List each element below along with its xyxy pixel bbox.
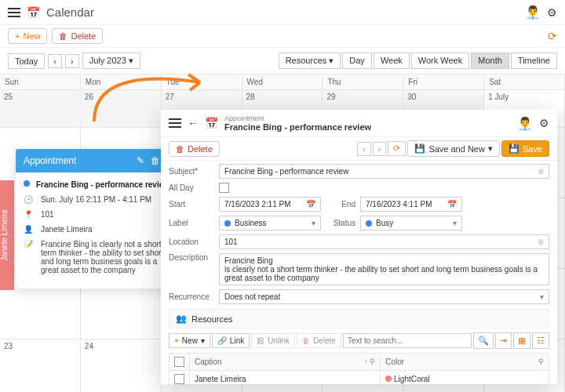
location-input[interactable]: 101⊗	[219, 234, 549, 249]
view-workweek[interactable]: Work Week	[411, 53, 469, 69]
table-row[interactable]: Janete Limeira LightCoral	[170, 371, 549, 385]
filter-button[interactable]: ☷	[532, 332, 549, 349]
columns-button[interactable]: ▦	[513, 332, 530, 349]
chevron-down-icon: ▾	[453, 219, 457, 227]
location-icon: 📍	[24, 210, 35, 219]
res-new-button[interactable]: +New ▾	[169, 333, 210, 348]
next-button[interactable]: ›	[65, 54, 79, 68]
start-input[interactable]: 7/16/2023 2:11 PM📅	[219, 197, 321, 212]
refresh-button[interactable]: ⟳	[388, 141, 406, 156]
view-week[interactable]: Week	[374, 53, 410, 69]
month-picker[interactable]: July 2023 ▾	[82, 53, 140, 69]
label-select[interactable]: Business▾	[219, 216, 321, 230]
plus-icon: +	[15, 31, 20, 41]
resources-dropdown[interactable]: Resources ▾	[279, 53, 341, 69]
day-cell[interactable]: 25	[0, 90, 81, 128]
save-button[interactable]: 💾Save	[501, 140, 549, 157]
day-header: Tue	[162, 74, 242, 90]
day-header: Sun	[0, 74, 81, 90]
sort-icon: ↑ ⚲	[364, 358, 375, 365]
res-delete-button[interactable]: 🗑Delete	[297, 333, 341, 348]
label-dot	[224, 220, 231, 227]
label-label: Label	[169, 219, 214, 227]
day-header: Sat	[484, 74, 565, 90]
refresh-icon[interactable]: ⟳	[548, 30, 557, 42]
back-icon[interactable]: ←	[188, 117, 199, 129]
panel-title: Francine Bing - performance review	[224, 122, 371, 132]
delete-button[interactable]: 🗑Delete	[52, 28, 103, 44]
subject-input[interactable]: Francine Bing - performance review⊗	[219, 164, 549, 179]
view-timeline[interactable]: Timeline	[511, 53, 557, 69]
trash-icon: 🗑	[302, 336, 310, 345]
description-label: Description	[169, 253, 214, 262]
col-color[interactable]: Color⚲	[381, 354, 549, 371]
delete-button[interactable]: 🗑Delete	[169, 141, 220, 157]
status-label: Status	[326, 219, 355, 227]
day-cell[interactable]: 26	[81, 90, 162, 128]
allday-label: All Day	[169, 183, 214, 192]
user-icon[interactable]: 👨‍💼	[517, 116, 533, 131]
color-dot	[385, 376, 392, 382]
link-icon: 🔗	[217, 336, 227, 345]
user-icon: 👤	[24, 225, 35, 234]
cell-color: LightCoral	[381, 371, 549, 385]
recurrence-label: Recurrence	[169, 292, 214, 301]
unlink-icon: ⛓	[257, 336, 264, 345]
res-search-input[interactable]	[343, 333, 472, 348]
select-all-checkbox[interactable]	[174, 357, 184, 367]
resources-icon: 👥	[176, 314, 187, 324]
page-title: Calendar	[46, 5, 94, 19]
end-input[interactable]: 7/16/2023 4:11 PM📅	[360, 197, 462, 212]
chevron-down-icon: ▾	[312, 219, 315, 227]
cell-caption: Janete Limeira	[190, 371, 381, 385]
plus-icon: +	[174, 336, 179, 345]
recurrence-select[interactable]: Does not repeat▾	[219, 289, 549, 304]
trash-icon[interactable]: 🗑	[151, 155, 160, 166]
resources-table: Caption↑ ⚲ Color⚲ Janete Limeira LightCo…	[169, 353, 549, 384]
prev-record-button[interactable]: ‹	[357, 142, 371, 156]
new-button[interactable]: +New	[8, 28, 47, 44]
menu-icon[interactable]	[169, 118, 181, 128]
edit-icon[interactable]: ✎	[137, 155, 144, 166]
view-day[interactable]: Day	[342, 53, 372, 69]
trash-icon: 🗑	[176, 144, 184, 154]
status-select[interactable]: Busy▾	[360, 216, 462, 230]
save-and-new-button[interactable]: 💾Save and New ▾	[407, 140, 500, 157]
res-unlink-button[interactable]: ⛓Unlink	[251, 333, 295, 348]
end-label: End	[326, 200, 355, 209]
gear-icon[interactable]: ⚙	[547, 6, 557, 19]
save-icon: 💾	[508, 143, 519, 154]
chevron-down-icon: ▾	[540, 292, 544, 301]
resource-tab[interactable]: Janete Limeira	[0, 180, 14, 290]
popover-title: Appointment	[24, 155, 76, 166]
start-label: Start	[169, 200, 214, 209]
filter-icon: ⚲	[538, 358, 544, 365]
day-cell[interactable]: 24	[81, 339, 162, 392]
res-link-button[interactable]: 🔗Link	[212, 333, 250, 348]
calendar-picker-icon[interactable]: 📅	[447, 200, 457, 209]
clear-icon[interactable]: ⊗	[538, 238, 544, 246]
appointment-detail-panel: ← 📅 Appointment Francine Bing - performa…	[161, 110, 557, 384]
prev-button[interactable]: ‹	[48, 54, 62, 68]
event-description: Francine Bing is clearly not a short ter…	[41, 240, 174, 274]
allday-checkbox[interactable]	[219, 183, 229, 193]
location-label: Location	[169, 238, 214, 246]
gear-icon[interactable]: ⚙	[539, 117, 549, 129]
view-month[interactable]: Month	[471, 53, 509, 69]
user-icon[interactable]: 👨‍💼	[525, 5, 541, 20]
search-button[interactable]: 🔍	[473, 332, 494, 349]
today-button[interactable]: Today	[8, 53, 45, 69]
export-button[interactable]: ⇥	[495, 332, 512, 349]
description-input[interactable]: Francine Bing is clearly not a short ter…	[219, 253, 549, 285]
col-caption[interactable]: Caption↑ ⚲	[190, 354, 381, 371]
subject-label: Subject*	[169, 167, 214, 176]
day-header: Mon	[81, 74, 162, 90]
row-checkbox[interactable]	[174, 374, 184, 384]
menu-icon[interactable]	[8, 8, 20, 17]
calendar-icon: 📅	[27, 6, 40, 19]
calendar-picker-icon[interactable]: 📅	[306, 200, 315, 209]
clear-icon[interactable]: ⊗	[538, 167, 544, 176]
day-cell[interactable]: 23	[0, 339, 81, 392]
event-title: Francine Bing - performance review	[36, 180, 170, 189]
next-record-button[interactable]: ›	[373, 142, 387, 156]
